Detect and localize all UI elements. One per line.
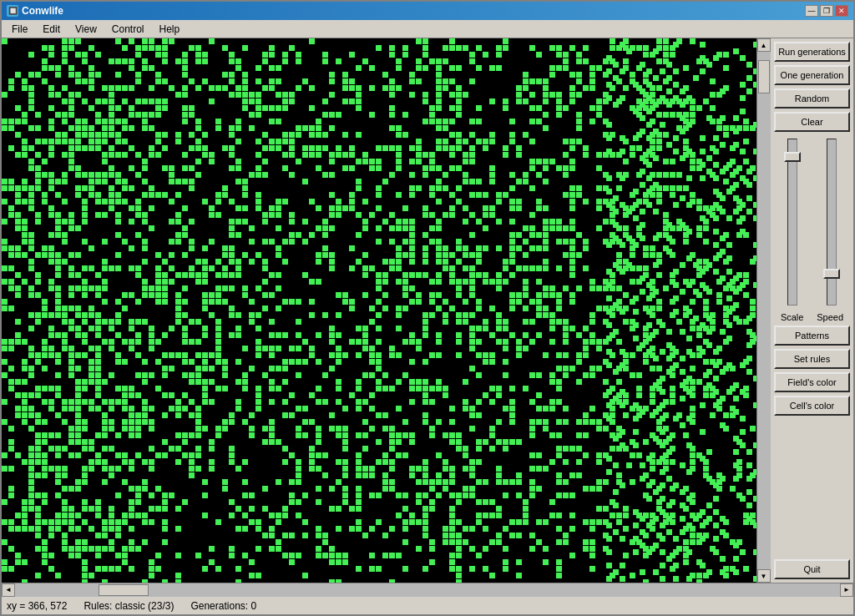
- scale-label: Scale: [781, 312, 804, 322]
- horizontal-scrollbar: ◄ ►: [2, 583, 853, 596]
- title-bar-left: 🔲 Conwlife: [7, 5, 63, 17]
- horizontal-scroll-track[interactable]: [15, 583, 840, 597]
- scale-slider-container: [787, 139, 797, 305]
- sliders-labels: Scale Speed: [774, 312, 850, 322]
- rules-status: Rules: classic (23/3): [83, 600, 174, 612]
- close-button[interactable]: ✕: [835, 5, 848, 17]
- menu-view[interactable]: View: [68, 22, 104, 37]
- speed-label: Speed: [817, 312, 843, 322]
- xy-status: xy = 366, 572: [7, 600, 67, 612]
- speed-slider-track[interactable]: [827, 139, 837, 305]
- run-generations-button[interactable]: Run generations: [774, 42, 850, 62]
- title-bar-controls: — ❐ ✕: [805, 5, 848, 17]
- scale-slider-track[interactable]: [787, 139, 797, 305]
- speed-slider-container: [827, 139, 837, 305]
- scroll-left-button[interactable]: ◄: [2, 583, 15, 597]
- game-canvas[interactable]: [2, 38, 756, 583]
- menu-control[interactable]: Control: [105, 22, 151, 37]
- canvas-container[interactable]: [2, 38, 756, 583]
- window-title: Conwlife: [22, 5, 63, 17]
- sliders-row: [774, 135, 850, 309]
- menu-file[interactable]: File: [5, 22, 34, 37]
- vertical-scrollbar: ▲ ▼: [756, 38, 770, 583]
- title-bar: 🔲 Conwlife — ❐ ✕: [2, 2, 853, 20]
- one-generation-button[interactable]: One generation: [774, 65, 850, 85]
- app-icon: 🔲: [7, 5, 18, 17]
- menu-edit[interactable]: Edit: [36, 22, 67, 37]
- content-area: ▲ ▼ Run generations One generation Rando…: [2, 38, 853, 583]
- menu-bar: File Edit View Control Help: [2, 20, 853, 38]
- fields-color-button[interactable]: Field's color: [774, 372, 850, 392]
- menu-help[interactable]: Help: [153, 22, 187, 37]
- clear-button[interactable]: Clear: [774, 112, 850, 132]
- main-window: 🔲 Conwlife — ❐ ✕ File Edit View Control …: [0, 0, 855, 616]
- cells-color-button[interactable]: Cell's color: [774, 396, 850, 416]
- scroll-up-button[interactable]: ▲: [757, 38, 771, 52]
- scroll-right-button[interactable]: ►: [840, 583, 853, 597]
- random-button[interactable]: Random: [774, 88, 850, 109]
- scroll-down-button[interactable]: ▼: [757, 569, 771, 583]
- status-bar: xy = 366, 572 Rules: classic (23/3) Gene…: [2, 596, 853, 614]
- set-rules-button[interactable]: Set rules: [774, 349, 850, 369]
- scale-slider-thumb[interactable]: [784, 152, 801, 162]
- horizontal-scroll-thumb[interactable]: [99, 584, 149, 596]
- minimize-button[interactable]: —: [805, 5, 818, 17]
- vertical-scroll-thumb[interactable]: [758, 60, 770, 93]
- generations-status: Generations: 0: [190, 600, 256, 612]
- right-panel: Run generations One generation Random Cl…: [770, 38, 853, 583]
- speed-slider-thumb[interactable]: [823, 269, 840, 279]
- patterns-button[interactable]: Patterns: [774, 326, 850, 346]
- restore-button[interactable]: ❐: [820, 5, 833, 17]
- quit-button[interactable]: Quit: [774, 559, 850, 579]
- vertical-scroll-track[interactable]: [757, 52, 771, 569]
